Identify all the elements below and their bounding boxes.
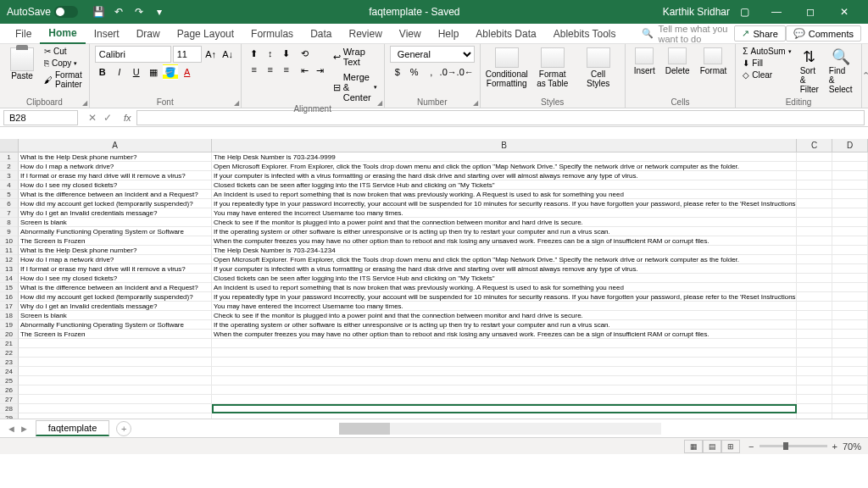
- normal-view-button[interactable]: ▦: [684, 440, 703, 453]
- cell[interactable]: [797, 218, 832, 227]
- cell[interactable]: [797, 152, 832, 162]
- cell[interactable]: [797, 208, 832, 218]
- tab-data[interactable]: Data: [302, 25, 340, 43]
- user-avatar-icon[interactable]: ▢: [740, 6, 749, 18]
- cell[interactable]: [212, 395, 797, 404]
- qat-more-icon[interactable]: ▾: [153, 5, 166, 19]
- align-right-icon[interactable]: ≡: [279, 62, 294, 77]
- font-size-select[interactable]: [173, 46, 202, 63]
- row-header[interactable]: 5: [0, 190, 19, 199]
- cell[interactable]: When the computer freezes you may have n…: [212, 236, 797, 246]
- table-row[interactable]: 29: [0, 413, 868, 419]
- cell[interactable]: Open Microsoft Explorer. From Explorer, …: [212, 162, 797, 171]
- cell[interactable]: [832, 218, 868, 227]
- tab-draw[interactable]: Draw: [128, 25, 169, 43]
- row-header[interactable]: 17: [0, 302, 19, 311]
- column-header-b[interactable]: B: [212, 139, 797, 152]
- tab-insert[interactable]: Insert: [86, 25, 128, 43]
- autosum-button[interactable]: ΣAutoSum▾: [741, 46, 793, 57]
- cell[interactable]: [797, 311, 832, 320]
- cell[interactable]: [797, 199, 832, 208]
- row-header[interactable]: 9: [0, 227, 19, 236]
- cell[interactable]: [19, 339, 212, 348]
- row-header[interactable]: 8: [0, 218, 19, 227]
- comments-button[interactable]: 💬Comments: [786, 25, 861, 42]
- table-row[interactable]: 24: [0, 367, 868, 376]
- row-header[interactable]: 3: [0, 171, 19, 180]
- cell[interactable]: If your computer is infected with a viru…: [212, 264, 797, 274]
- table-row[interactable]: 18Screen is blankCheck to see if the mon…: [0, 311, 868, 320]
- cell[interactable]: [19, 367, 212, 376]
- align-left-icon[interactable]: ≡: [247, 62, 262, 77]
- cell[interactable]: [797, 190, 832, 199]
- cell[interactable]: [797, 274, 832, 283]
- row-header[interactable]: 20: [0, 330, 19, 339]
- cell[interactable]: [832, 180, 868, 190]
- cell[interactable]: How do I map a network drive?: [19, 255, 212, 264]
- cell[interactable]: [832, 292, 868, 302]
- table-row[interactable]: 5What is the difference between an Incid…: [0, 190, 868, 199]
- find-select-button[interactable]: 🔍Find & Select: [826, 46, 856, 96]
- save-icon[interactable]: 💾: [92, 5, 105, 19]
- cell[interactable]: [832, 152, 868, 162]
- font-color-button[interactable]: A: [180, 64, 195, 80]
- tab-page-layout[interactable]: Page Layout: [169, 25, 242, 43]
- cell[interactable]: How did my account get locked (temporari…: [19, 292, 212, 302]
- tab-ablebits-data[interactable]: Ablebits Data: [467, 25, 544, 43]
- cell[interactable]: [212, 348, 797, 358]
- cell[interactable]: [832, 236, 868, 246]
- zoom-out-button[interactable]: −: [748, 441, 754, 452]
- cell[interactable]: [19, 404, 212, 413]
- increase-font-icon[interactable]: A↑: [203, 47, 219, 62]
- table-row[interactable]: 20The Screen is FrozenWhen the computer …: [0, 330, 868, 339]
- fill-color-button[interactable]: 🪣: [163, 64, 178, 80]
- cell[interactable]: [832, 208, 868, 218]
- cell[interactable]: Check to see if the monitor is plugged i…: [212, 218, 797, 227]
- cell[interactable]: [797, 227, 832, 236]
- cell[interactable]: [19, 385, 212, 395]
- redo-icon[interactable]: ↷: [132, 5, 146, 19]
- row-header[interactable]: 6: [0, 199, 19, 208]
- border-button[interactable]: ▦: [146, 64, 161, 80]
- table-row[interactable]: 17Why do I get an Invalid credentials me…: [0, 302, 868, 311]
- cell[interactable]: You may have entered the incorrect Usern…: [212, 208, 797, 218]
- cell[interactable]: [797, 404, 832, 413]
- cell[interactable]: Screen is blank: [19, 218, 212, 227]
- page-break-view-button[interactable]: ⊞: [721, 440, 740, 453]
- cell[interactable]: [797, 171, 832, 180]
- row-header[interactable]: 26: [0, 385, 19, 395]
- row-header[interactable]: 1: [0, 152, 19, 162]
- autosave-toggle[interactable]: AutoSave: [0, 6, 85, 18]
- cell[interactable]: [832, 385, 868, 395]
- row-header[interactable]: 27: [0, 395, 19, 404]
- cell[interactable]: [832, 264, 868, 274]
- cell[interactable]: Screen is blank: [19, 311, 212, 320]
- enter-formula-icon[interactable]: ✓: [103, 112, 112, 124]
- tab-view[interactable]: View: [391, 25, 430, 43]
- row-header[interactable]: 14: [0, 274, 19, 283]
- cell[interactable]: If I format or erase my hard drive will …: [19, 264, 212, 274]
- cell[interactable]: [832, 227, 868, 236]
- cell[interactable]: [212, 358, 797, 367]
- cell[interactable]: [797, 339, 832, 348]
- table-row[interactable]: 7Why do I get an Invalid credentials mes…: [0, 208, 868, 218]
- table-row[interactable]: 8Screen is blankCheck to see if the moni…: [0, 218, 868, 227]
- cell[interactable]: [832, 413, 868, 419]
- clipboard-dialog-launcher[interactable]: ◢: [82, 99, 87, 107]
- cell[interactable]: [832, 255, 868, 264]
- cell[interactable]: [797, 320, 832, 330]
- table-row[interactable]: 3If I format or erase my hard drive will…: [0, 171, 868, 180]
- cell[interactable]: [832, 311, 868, 320]
- wrap-text-button[interactable]: ↩Wrap Text: [331, 46, 379, 68]
- format-painter-button[interactable]: 🖌Format Painter: [42, 69, 84, 90]
- row-header[interactable]: 11: [0, 246, 19, 255]
- italic-button[interactable]: I: [112, 64, 127, 80]
- cell[interactable]: [832, 395, 868, 404]
- row-header[interactable]: 19: [0, 320, 19, 330]
- cell[interactable]: What is the Help Desk phone number?: [19, 246, 212, 255]
- cell[interactable]: [832, 283, 868, 292]
- cell[interactable]: [19, 395, 212, 404]
- fx-icon[interactable]: fx: [119, 113, 136, 123]
- table-row[interactable]: 23: [0, 358, 868, 367]
- row-header[interactable]: 12: [0, 255, 19, 264]
